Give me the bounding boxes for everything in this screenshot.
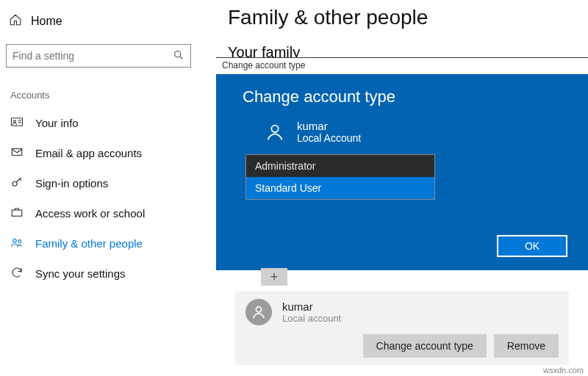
svg-point-12 [256,307,261,312]
key-icon [10,176,24,191]
dialog-user-block: kumar Local Account [263,120,567,144]
sidebar-item-your-info[interactable]: Your info [6,108,191,138]
ok-button[interactable]: OK [497,235,567,257]
change-account-type-button[interactable]: Change account type [363,334,487,358]
user-card-type: Local account [282,313,341,324]
user-card-text: kumar Local account [282,300,341,324]
home-icon [9,13,22,29]
svg-rect-8 [12,210,22,216]
svg-line-1 [180,57,182,59]
sidebar-item-signin-options[interactable]: Sign-in options [6,168,191,198]
mail-icon [10,145,24,161]
add-user-button[interactable]: + [261,268,287,286]
settings-sidebar: Home Accounts Your info Email & app acco… [0,0,206,289]
sidebar-item-label: Email & app accounts [35,147,142,159]
person-card-icon [10,115,24,131]
svg-point-0 [175,51,181,57]
dialog-user-name: kumar [297,120,361,132]
user-card-name: kumar [282,300,341,313]
sync-icon [10,266,24,281]
dropdown-option-standard-user[interactable]: Standard User [246,177,434,199]
dialog-body: Change account type kumar Local Account … [216,74,588,270]
home-nav[interactable]: Home [6,9,191,34]
search-icon [173,49,184,63]
home-label: Home [31,15,62,28]
dialog-titlebar: Change account type [216,58,588,74]
briefcase-icon [10,206,24,221]
user-card-header: kumar Local account [245,299,559,325]
svg-point-9 [13,239,17,243]
change-account-type-dialog: Change account type Change account type … [216,57,588,270]
svg-point-7 [12,181,17,186]
svg-rect-6 [12,149,22,156]
section-label: Accounts [10,90,191,101]
sidebar-item-family-people[interactable]: Family & other people [6,228,191,258]
dialog-heading: Change account type [243,87,567,106]
svg-point-3 [14,120,16,123]
plus-icon: + [270,270,279,285]
sidebar-item-email-accounts[interactable]: Email & app accounts [6,138,191,168]
watermark: wsxdn.com [543,366,584,375]
dialog-user-text: kumar Local Account [297,120,361,144]
sidebar-item-label: Sync your settings [35,267,126,280]
other-user-card[interactable]: kumar Local account Change account type … [235,292,569,365]
sidebar-item-label: Your info [35,117,79,129]
main-content: Family & other people Your family [228,0,588,61]
person-icon [263,120,287,144]
person-icon [245,299,272,325]
sidebar-item-label: Access work or school [35,207,145,220]
dialog-footer: OK [243,235,567,257]
dropdown-option-administrator[interactable]: Administrator [246,155,434,177]
remove-button[interactable]: Remove [494,334,559,358]
search-input[interactable] [12,50,173,62]
user-card-buttons: Change account type Remove [245,334,559,358]
svg-point-11 [271,125,278,131]
svg-point-10 [18,240,21,243]
dialog-user-type: Local Account [297,132,361,144]
people-icon [10,236,24,251]
sidebar-item-label: Sign-in options [35,177,108,189]
sidebar-item-work-school[interactable]: Access work or school [6,198,191,228]
page-title: Family & other people [228,6,588,29]
sidebar-item-sync-settings[interactable]: Sync your settings [6,258,191,289]
search-box[interactable] [6,44,191,68]
account-type-dropdown[interactable]: Administrator Standard User [245,154,435,200]
sidebar-item-label: Family & other people [35,237,143,250]
